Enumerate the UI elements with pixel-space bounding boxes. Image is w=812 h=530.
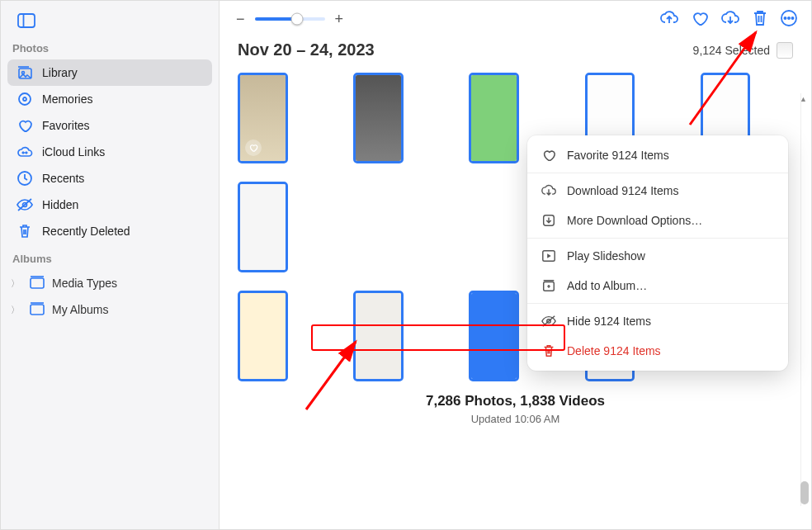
sidebar-item-recently-deleted[interactable]: Recently Deleted xyxy=(7,218,212,244)
trash-icon xyxy=(16,222,34,240)
svg-point-12 xyxy=(788,17,790,18)
play-icon xyxy=(541,248,557,264)
chevron-right-icon: 〉 xyxy=(11,304,22,316)
sidebar-item-recents[interactable]: Recents xyxy=(7,165,212,192)
svg-rect-8 xyxy=(31,278,44,288)
sidebar: Photos Library Memories Favorites iCloud… xyxy=(1,1,220,529)
chevron-right-icon: 〉 xyxy=(11,277,22,290)
toolbar: − + xyxy=(220,1,811,37)
download-cloud-icon[interactable] xyxy=(720,9,740,30)
menu-item-add-to-album[interactable]: Add to Album… xyxy=(527,271,788,300)
svg-point-13 xyxy=(791,17,793,18)
menu-item-hide[interactable]: Hide 9124 Items xyxy=(527,306,788,336)
photo-thumbnail[interactable] xyxy=(353,73,404,163)
zoom-out-button[interactable]: − xyxy=(233,11,248,28)
menu-divider xyxy=(527,303,788,304)
cloud-link-icon xyxy=(16,143,34,161)
sidebar-item-icloud-links[interactable]: iCloud Links xyxy=(7,139,212,165)
photo-thumbnail[interactable] xyxy=(353,291,404,381)
scrollbar[interactable]: ▲ xyxy=(800,93,810,506)
menu-item-label: Play Slideshow xyxy=(567,249,645,263)
section-title-albums: Albums xyxy=(12,253,207,265)
more-icon[interactable] xyxy=(780,9,798,30)
menu-item-more-download[interactable]: More Download Options… xyxy=(527,206,788,235)
eye-slash-icon xyxy=(16,196,34,214)
photo-thumbnail[interactable] xyxy=(238,291,288,381)
photo-thumbnail[interactable] xyxy=(238,73,288,163)
sidebar-item-label: Library xyxy=(42,66,78,79)
zoom-slider[interactable] xyxy=(255,17,325,21)
upload-cloud-icon[interactable] xyxy=(659,9,679,30)
photo-thumbnail[interactable] xyxy=(469,291,519,381)
photo-thumbnail[interactable] xyxy=(469,73,519,163)
zoom-slider-thumb[interactable] xyxy=(290,13,303,26)
menu-item-favorite[interactable]: Favorite 9124 Items xyxy=(527,140,788,170)
scrollbar-thumb[interactable] xyxy=(800,481,809,504)
zoom-in-button[interactable]: + xyxy=(332,11,347,28)
heart-icon xyxy=(16,116,34,135)
selection-thumbnail[interactable] xyxy=(777,42,793,59)
sidebar-item-memories[interactable]: Memories xyxy=(7,86,212,112)
photo-thumbnail[interactable] xyxy=(238,182,288,272)
heart-icon xyxy=(541,147,557,163)
memories-icon xyxy=(16,90,34,108)
sidebar-item-label: My Albums xyxy=(52,303,108,316)
menu-item-label: Download 9124 Items xyxy=(567,184,678,197)
eye-slash-icon xyxy=(541,313,557,329)
section-title-photos: Photos xyxy=(12,42,207,54)
sidebar-item-favorites[interactable]: Favorites xyxy=(7,112,212,139)
sidebar-item-library[interactable]: Library xyxy=(7,59,212,86)
favorite-badge-icon[interactable] xyxy=(245,140,262,156)
sidebar-toggle-icon[interactable] xyxy=(7,13,35,31)
updated-timestamp: Updated 10:06 AM xyxy=(238,413,793,425)
content-header: Nov 20 – 24, 2023 9,124 Selected xyxy=(220,37,811,69)
menu-item-play-slideshow[interactable]: Play Slideshow xyxy=(527,241,788,271)
sidebar-item-label: Recents xyxy=(42,172,84,185)
favorite-heart-icon[interactable] xyxy=(691,9,709,30)
menu-item-delete[interactable]: Delete 9124 Items xyxy=(527,336,788,366)
sidebar-item-label: Memories xyxy=(42,92,92,106)
svg-point-11 xyxy=(784,17,786,18)
library-icon xyxy=(16,64,34,82)
sidebar-item-label: Hidden xyxy=(42,198,78,211)
menu-divider xyxy=(527,238,788,239)
trash-toolbar-icon[interactable] xyxy=(752,9,768,30)
photo-video-count: 7,286 Photos, 1,838 Videos xyxy=(238,393,793,409)
menu-item-label: Hide 9124 Items xyxy=(567,315,651,328)
main-content: − + xyxy=(220,1,811,529)
download-box-icon xyxy=(541,212,557,229)
sidebar-item-label: Media Types xyxy=(52,277,117,290)
trash-icon xyxy=(541,343,557,359)
menu-item-download[interactable]: Download 9124 Items xyxy=(527,176,788,206)
sidebar-item-hidden[interactable]: Hidden xyxy=(7,192,212,218)
date-range-title: Nov 20 – 24, 2023 xyxy=(238,40,375,59)
album-icon xyxy=(29,301,45,319)
sidebar-item-label: Favorites xyxy=(42,119,90,132)
scroll-up-arrow-icon[interactable]: ▲ xyxy=(800,95,807,103)
menu-item-label: More Download Options… xyxy=(567,214,702,227)
sidebar-item-my-albums[interactable]: 〉 My Albums xyxy=(7,296,212,323)
selection-count-label: 9,124 Selected xyxy=(693,44,770,57)
menu-item-label: Favorite 9124 Items xyxy=(567,149,669,162)
svg-rect-0 xyxy=(18,14,35,27)
svg-rect-9 xyxy=(31,305,44,315)
menu-item-label: Add to Album… xyxy=(567,279,647,292)
app-window: Photos Library Memories Favorites iCloud… xyxy=(0,0,812,530)
menu-item-label: Delete 9124 Items xyxy=(567,344,661,357)
album-icon xyxy=(29,275,45,292)
sidebar-item-media-types[interactable]: 〉 Media Types xyxy=(7,270,212,296)
sidebar-toggle-bar xyxy=(7,9,212,34)
clock-icon xyxy=(16,169,34,187)
zoom-control: − + xyxy=(233,11,347,28)
sidebar-item-label: Recently Deleted xyxy=(42,225,130,238)
sidebar-item-label: iCloud Links xyxy=(42,145,105,159)
download-cloud-icon xyxy=(541,182,557,199)
menu-divider xyxy=(527,173,788,173)
grid-footer: 7,286 Photos, 1,838 Videos Updated 10:06… xyxy=(238,381,793,447)
context-menu: Favorite 9124 Items Download 9124 Items … xyxy=(527,135,788,371)
album-add-icon xyxy=(541,277,557,294)
